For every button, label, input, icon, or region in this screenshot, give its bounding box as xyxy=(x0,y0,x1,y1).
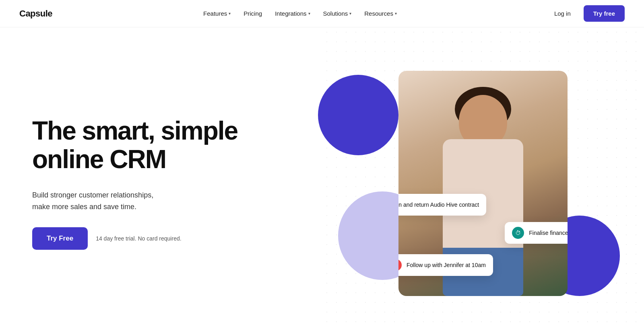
nav-solutions[interactable]: Solutions ▾ xyxy=(318,7,357,20)
hero-section: The smart, simple online CRM Build stron… xyxy=(0,27,644,331)
nav-integrations-label: Integrations xyxy=(275,10,306,17)
hero-subtext: Build stronger customer relationships, m… xyxy=(32,189,258,213)
nav-solutions-label: Solutions xyxy=(323,10,348,17)
notification-card-3: ✉ Follow up with Jennifer at 10am xyxy=(398,254,493,276)
clock-icon: ⏱ xyxy=(512,227,524,239)
chevron-down-icon-4: ▾ xyxy=(395,11,397,16)
hero-image-area: ✓ Sign and return Audio Hive contract ⏱ … xyxy=(322,63,612,304)
mail-icon: ✉ xyxy=(398,259,402,271)
nav-features-label: Features xyxy=(203,10,227,17)
hero-subtext-line2: make more sales and save time. xyxy=(32,203,136,211)
notif-3-text: Follow up with Jennifer at 10am xyxy=(407,262,486,268)
hero-subtext-line1: Build stronger customer relationships, xyxy=(32,191,153,199)
hero-heading-line1: The smart, simple xyxy=(32,116,237,145)
nav-resources[interactable]: Resources ▾ xyxy=(359,7,402,20)
brand-logo[interactable]: Capsule xyxy=(19,8,52,19)
nav-links: Features ▾ Pricing Integrations ▾ Soluti… xyxy=(198,7,402,20)
nav-integrations[interactable]: Integrations ▾ xyxy=(270,7,315,20)
nav-features[interactable]: Features ▾ xyxy=(198,7,235,20)
notif-2-text: Finalise finance report xyxy=(529,230,568,236)
hero-try-free-button[interactable]: Try Free xyxy=(32,227,88,250)
hero-heading: The smart, simple online CRM xyxy=(32,117,258,173)
nav-right: Log in Try free xyxy=(548,5,625,22)
decorative-circle-blue-left xyxy=(318,75,398,155)
notification-card-2: ⏱ Finalise finance report xyxy=(505,222,568,244)
chevron-down-icon: ▾ xyxy=(229,11,231,16)
hero-cta-area: Try Free 14 day free trial. No card requ… xyxy=(32,227,258,250)
notification-card-1: ✓ Sign and return Audio Hive contract xyxy=(398,194,486,216)
hero-heading-line2: online CRM xyxy=(32,145,166,174)
hero-photo-card: ✓ Sign and return Audio Hive contract ⏱ … xyxy=(398,71,568,296)
nav-try-free-button[interactable]: Try free xyxy=(584,5,625,22)
nav-pricing[interactable]: Pricing xyxy=(239,7,267,20)
login-button[interactable]: Log in xyxy=(548,7,577,20)
trial-info-text: 14 day free trial. No card required. xyxy=(96,235,181,242)
navbar: Capsule Features ▾ Pricing Integrations … xyxy=(0,0,644,27)
hero-content-left: The smart, simple online CRM Build stron… xyxy=(32,117,258,249)
notif-1-text: Sign and return Audio Hive contract xyxy=(398,201,479,208)
chevron-down-icon-2: ▾ xyxy=(308,11,310,16)
nav-pricing-label: Pricing xyxy=(244,10,262,17)
nav-resources-label: Resources xyxy=(364,10,393,17)
chevron-down-icon-3: ▾ xyxy=(349,11,351,16)
